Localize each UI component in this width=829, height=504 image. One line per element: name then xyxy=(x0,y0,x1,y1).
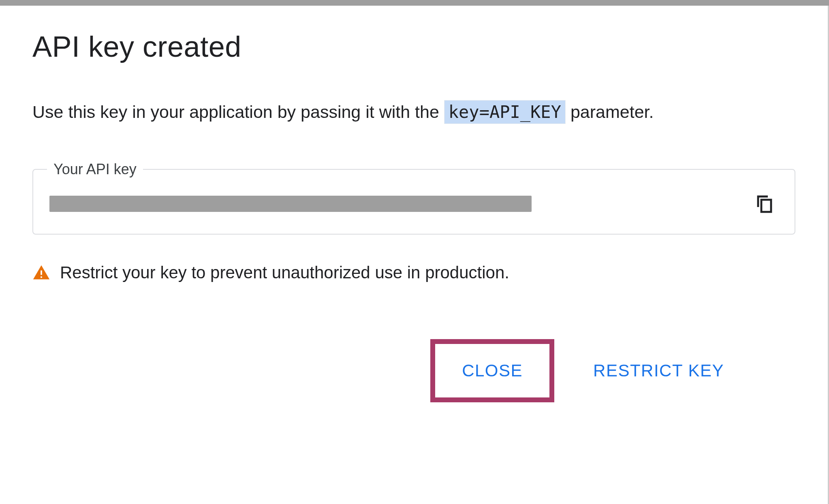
dialog-button-row: CLOSE RESTRICT KEY xyxy=(32,339,795,402)
close-button-highlight: CLOSE xyxy=(430,339,554,402)
copy-icon xyxy=(755,194,774,214)
warning-text: Restrict your key to prevent unauthorize… xyxy=(60,263,509,282)
description-prefix: Use this key in your application by pass… xyxy=(32,102,444,122)
svg-rect-0 xyxy=(761,200,771,212)
restrict-key-button[interactable]: RESTRICT KEY xyxy=(579,351,739,390)
dialog-title: API key created xyxy=(32,30,795,63)
code-snippet: key=API_KEY xyxy=(444,100,566,124)
warning-icon xyxy=(32,264,50,282)
api-key-value-masked[interactable] xyxy=(49,196,532,212)
api-key-fieldset: Your API key xyxy=(32,161,795,235)
copy-api-key-button[interactable] xyxy=(751,190,778,218)
api-key-created-dialog: API key created Use this key in your app… xyxy=(0,6,829,504)
close-button[interactable]: CLOSE xyxy=(447,351,537,390)
api-key-legend: Your API key xyxy=(47,161,143,178)
top-grey-bar xyxy=(0,0,829,6)
svg-rect-1 xyxy=(41,270,42,275)
dialog-description: Use this key in your application by pass… xyxy=(32,100,795,124)
svg-rect-2 xyxy=(41,276,42,278)
description-suffix: parameter. xyxy=(566,102,654,122)
warning-row: Restrict your key to prevent unauthorize… xyxy=(32,263,795,282)
api-key-row xyxy=(49,190,778,218)
